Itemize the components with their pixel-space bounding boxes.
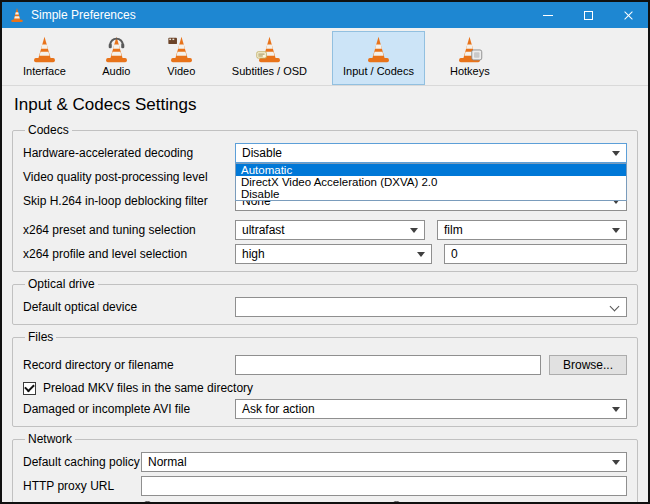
window-title: Simple Preferences	[31, 8, 136, 22]
dropdown-option-automatic[interactable]: Automatic	[236, 164, 626, 176]
tab-label: Video	[167, 65, 195, 77]
damaged-avi-row: Damaged or incomplete AVI file Ask for a…	[23, 399, 627, 419]
tab-label: Subtitles / OSD	[232, 65, 307, 77]
dropdown-arrow-icon	[612, 460, 620, 465]
tab-input-codecs[interactable]: Input / Codecs	[332, 31, 425, 85]
post-processing-label: Video quality post-processing level	[23, 170, 235, 184]
dropdown-arrow-icon	[417, 252, 425, 257]
deblocking-label: Skip H.264 in-loop deblocking filter	[23, 194, 235, 208]
radio-http-label: HTTP (default)	[160, 500, 238, 502]
x264-profile-combobox[interactable]: high	[235, 244, 432, 264]
tab-audio[interactable]: Audio	[91, 31, 142, 85]
preload-mkv-label: Preload MKV files in the same directory	[43, 381, 253, 395]
video-icon	[167, 35, 196, 64]
dropdown-arrow-icon	[612, 407, 620, 412]
codecs-group-title: Codecs	[25, 123, 72, 137]
optical-drive-group-title: Optical drive	[25, 277, 98, 291]
tab-hotkeys[interactable]: Hotkeys	[439, 31, 501, 85]
network-group: Network Default caching policy Normal HT…	[12, 432, 638, 502]
radio-option-http[interactable]: HTTP (default)	[141, 500, 238, 502]
chevron-down-icon	[610, 302, 620, 312]
close-button[interactable]	[608, 2, 648, 28]
tab-video[interactable]: Video	[156, 31, 207, 85]
caching-policy-row: Default caching policy Normal	[23, 452, 627, 472]
tab-label: Input / Codecs	[343, 65, 414, 77]
hardware-decoding-value: Disable	[242, 146, 282, 160]
radio-option-rtp-over-rtsp[interactable]: RTP over RTSP (TCP)	[390, 500, 529, 502]
radio-rtp-label: RTP over RTSP (TCP)	[409, 500, 529, 502]
minimize-icon	[543, 15, 553, 16]
caption-buttons	[528, 2, 648, 28]
audio-icon	[102, 35, 131, 64]
interface-icon	[30, 35, 59, 64]
x264-profile-label: x264 profile and level selection	[23, 247, 235, 261]
dropdown-option-disable[interactable]: Disable	[236, 188, 626, 200]
tab-label: Hotkeys	[450, 65, 490, 77]
tab-subtitles-osd[interactable]: Subtitles / OSD	[221, 31, 318, 85]
close-icon	[623, 10, 634, 21]
x264-preset-value: ultrafast	[242, 223, 285, 237]
subtitles-icon	[255, 35, 284, 64]
record-directory-input[interactable]	[235, 355, 541, 375]
x264-preset-combobox[interactable]: ultrafast	[235, 220, 425, 240]
x264-tuning-value: film	[444, 223, 463, 237]
optical-device-row: Default optical device	[23, 297, 627, 317]
tab-label: Audio	[102, 65, 130, 77]
optical-device-combobox[interactable]	[235, 297, 627, 317]
live555-transport-label: Live555 stream transport	[23, 500, 141, 502]
tab-label: Interface	[23, 65, 66, 77]
dropdown-arrow-icon	[410, 228, 418, 233]
caching-policy-label: Default caching policy	[23, 455, 141, 469]
http-proxy-label: HTTP proxy URL	[23, 479, 141, 493]
vlc-cone-icon	[9, 7, 25, 23]
minimize-button[interactable]	[528, 2, 568, 28]
x264-profile-value: high	[242, 247, 265, 261]
x264-preset-label: x264 preset and tuning selection	[23, 223, 235, 237]
preload-mkv-row: Preload MKV files in the same directory	[23, 381, 627, 395]
preferences-toolbar: Interface Audio Video Subtitl	[2, 28, 648, 86]
preferences-window: Simple Preferences Interface Audio	[0, 0, 650, 504]
live555-transport-options: HTTP (default) RTP over RTSP (TCP)	[141, 500, 627, 502]
network-group-title: Network	[25, 432, 75, 446]
optical-drive-group: Optical drive Default optical device	[12, 277, 638, 325]
x264-profile-row: x264 profile and level selection high	[23, 244, 627, 264]
settings-panel: Input & Codecs Settings Codecs Hardware-…	[2, 86, 648, 502]
record-directory-label: Record directory or filename	[23, 358, 235, 372]
x264-tuning-combobox[interactable]: film	[437, 220, 627, 240]
files-group-title: Files	[25, 330, 56, 344]
http-proxy-input[interactable]	[141, 476, 627, 496]
dropdown-arrow-icon	[612, 228, 620, 233]
caching-policy-combobox[interactable]: Normal	[141, 452, 627, 472]
radio-http-icon	[141, 501, 154, 503]
damaged-avi-value: Ask for action	[242, 402, 315, 416]
dropdown-arrow-icon	[612, 151, 620, 156]
files-group: Files Record directory or filename Brows…	[12, 330, 638, 427]
hardware-decoding-row: Hardware-accelerated decoding Disable Au…	[23, 143, 627, 163]
live555-transport-row: Live555 stream transport HTTP (default) …	[23, 500, 627, 502]
http-proxy-row: HTTP proxy URL	[23, 476, 627, 496]
codecs-group: Codecs Hardware-accelerated decoding Dis…	[12, 123, 638, 272]
record-directory-row: Record directory or filename Browse...	[23, 355, 627, 375]
damaged-avi-combobox[interactable]: Ask for action	[235, 399, 627, 419]
input-codecs-icon	[364, 35, 393, 64]
maximize-icon	[584, 11, 593, 20]
x264-preset-row: x264 preset and tuning selection ultrafa…	[23, 220, 627, 240]
page-title: Input & Codecs Settings	[14, 95, 636, 115]
titlebar: Simple Preferences	[2, 2, 648, 28]
optical-device-label: Default optical device	[23, 300, 235, 314]
hardware-decoding-label: Hardware-accelerated decoding	[23, 146, 235, 160]
preload-mkv-checkbox[interactable]	[23, 382, 36, 395]
radio-rtp-icon	[390, 501, 403, 503]
hotkeys-icon	[455, 35, 484, 64]
damaged-avi-label: Damaged or incomplete AVI file	[23, 402, 235, 416]
tab-interface[interactable]: Interface	[12, 31, 77, 85]
dropdown-option-dxva[interactable]: DirectX Video Acceleration (DXVA) 2.0	[236, 176, 626, 188]
hardware-decoding-combobox[interactable]: Disable Automatic DirectX Video Accelera…	[235, 143, 627, 163]
x264-level-input[interactable]	[444, 244, 627, 264]
hardware-decoding-dropdown-list: Automatic DirectX Video Acceleration (DX…	[235, 163, 627, 201]
caching-policy-value: Normal	[148, 455, 187, 469]
maximize-button[interactable]	[568, 2, 608, 28]
browse-button[interactable]: Browse...	[549, 355, 627, 375]
